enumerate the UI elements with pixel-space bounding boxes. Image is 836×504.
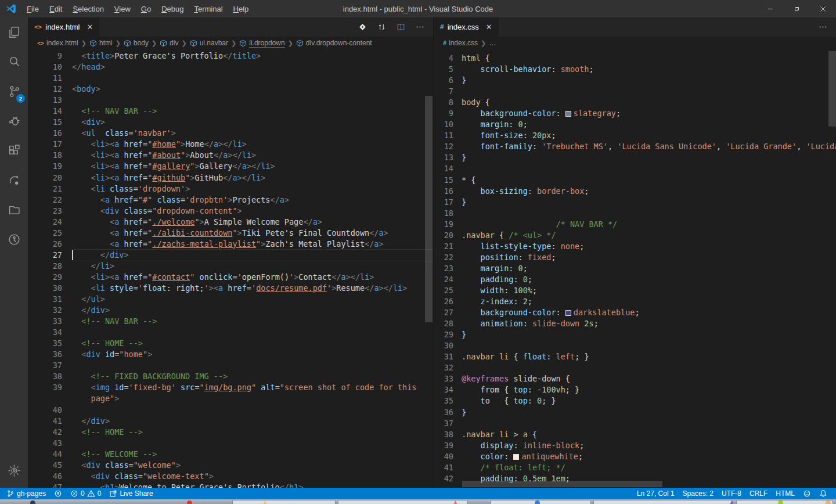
restore-button[interactable] (784, 0, 810, 17)
menu-terminal[interactable]: Terminal (189, 5, 228, 13)
horizontal-scrollbar[interactable] (462, 481, 662, 487)
preview-icon[interactable] (358, 22, 367, 32)
activitybar-settings-gear-icon[interactable] (0, 456, 28, 485)
code-line[interactable]: 44 <!-- WELCOME --> (28, 449, 433, 460)
code-line[interactable]: 33@keyframes slide-down { (434, 373, 836, 384)
code-editor-css[interactable]: 4html {5 scroll-behavior: smooth;6}78bod… (434, 49, 836, 488)
breadcrumb-item-li-dropdown[interactable]: li.dropdown (239, 39, 284, 48)
code-line[interactable]: 33 <!-- NAV BAR --> (28, 316, 433, 327)
taskbar-button[interactable] (593, 500, 733, 504)
taskbar-app-folder[interactable] (826, 501, 831, 504)
code-line[interactable]: 47 <h1>Welcome to Peter Grace's Portfoli… (28, 482, 433, 488)
taskbar-button[interactable] (232, 500, 336, 504)
code-line[interactable]: 30 (434, 340, 836, 351)
notifications[interactable] (815, 488, 831, 499)
vertical-scrollbar[interactable] (425, 96, 433, 322)
activitybar-run-debug-icon[interactable] (0, 106, 28, 136)
code-line[interactable]: 30 <li style='float: right;'><a href='do… (28, 283, 433, 294)
code-line[interactable]: 9 <title>Peter Grace's Portfolio</title> (28, 51, 433, 62)
code-line[interactable]: 25 width: 100%; (434, 285, 836, 296)
code-line[interactable]: 10 margin: 0; (434, 119, 836, 130)
code-line[interactable]: 45 <div class="welcome"> (28, 460, 433, 471)
taskbar-app-blue[interactable] (535, 501, 540, 504)
code-line[interactable]: 24 <a href="./welcome">A Simple Welcome … (28, 217, 433, 228)
code-line[interactable]: 31 </ul> (28, 294, 433, 305)
taskbar-button[interactable] (736, 500, 833, 504)
menu-go[interactable]: Go (136, 5, 156, 13)
code-line[interactable]: 40 (28, 405, 433, 416)
code-line[interactable]: 20 <li><a href="#github">GitHub</a></li> (28, 172, 433, 183)
code-line[interactable]: 43 (28, 438, 433, 449)
menu-debug[interactable]: Debug (156, 5, 189, 13)
code-line[interactable]: 11 (28, 73, 433, 84)
code-line[interactable]: 26 z-index: 2; (434, 296, 836, 307)
windows-taskbar[interactable] (0, 499, 836, 504)
code-line[interactable]: 27 </div> (28, 250, 433, 261)
code-line[interactable]: 35 to { top: 0; } (434, 395, 836, 406)
code-line[interactable]: 6} (434, 75, 836, 86)
menu-view[interactable]: View (109, 5, 136, 13)
close-tab-icon[interactable]: ✕ (87, 23, 93, 31)
code-line[interactable]: 40 color: antiquewhite; (434, 451, 836, 462)
menu-selection[interactable]: Selection (67, 5, 109, 13)
activitybar-git-history-icon[interactable] (0, 225, 28, 254)
taskbar-button[interactable] (338, 500, 468, 504)
code-line[interactable]: 36 <div id="home"> (28, 349, 433, 360)
code-line[interactable]: 11 font-size: 20px; (434, 130, 836, 141)
code-line[interactable]: 34 from { top: -100vh; } (434, 384, 836, 395)
breadcrumb-item-div[interactable]: div (160, 39, 178, 47)
taskbar-button[interactable] (491, 500, 591, 504)
code-line[interactable]: 23 <div class="dropdown-content"> (28, 206, 433, 217)
cursor-position[interactable]: Ln 27, Col 1 (633, 488, 679, 499)
swap-icon[interactable] (377, 22, 387, 32)
problems-status[interactable]: 00 (66, 488, 105, 499)
code-line[interactable]: 15 <div> (28, 117, 433, 128)
code-line[interactable]: 39 display: inline-block; (434, 440, 836, 451)
activitybar-live-share-icon[interactable] (0, 165, 28, 195)
breadcrumb-item--[interactable]: … (489, 39, 496, 47)
code-line[interactable]: 15* { (434, 175, 836, 186)
code-line[interactable]: 9 background-color: slategray; (434, 108, 836, 119)
code-line[interactable]: 29 <li><a href="#contact" onclick='openF… (28, 272, 433, 283)
code-line[interactable]: 28 </li> (28, 261, 433, 272)
code-line[interactable]: 14 <!-- NAV BAR --> (28, 106, 433, 117)
code-line[interactable]: 5 scroll-behavior: smooth; (434, 64, 836, 75)
eol[interactable]: CRLF (745, 488, 772, 499)
activitybar-search-icon[interactable] (0, 47, 28, 77)
code-line[interactable]: 26 <a href="./zachs-metal-playlist">Zach… (28, 239, 433, 250)
code-line[interactable]: 39 <img id='fixed-bg' src="img/bg.png" a… (28, 382, 433, 393)
code-line[interactable]: 17 <li><a href="#home">Home</a></li> (28, 139, 433, 150)
code-line[interactable]: 20.navbar { /* <ul> */ (434, 230, 836, 241)
code-line[interactable]: 29} (434, 329, 836, 340)
code-line[interactable]: 46 <div class="welcome-text"> (28, 471, 433, 482)
breadcrumb-item-html[interactable]: html (89, 39, 113, 47)
language-mode[interactable]: HTML (772, 488, 799, 499)
taskbar-start-orb[interactable] (30, 501, 35, 504)
tab-index-css[interactable]: # index.css ✕ (434, 17, 499, 37)
code-line[interactable]: 38.navbar li > a { (434, 429, 836, 440)
code-line[interactable]: 23 margin: 0; (434, 263, 836, 274)
code-line[interactable]: 22 position: fixed; (434, 252, 836, 263)
code-line[interactable]: 18 (434, 208, 836, 219)
code-line[interactable]: 13} (434, 152, 836, 163)
code-line[interactable]: 19 <li><a href="#gallery">Gallery</a></l… (28, 161, 433, 172)
code-line[interactable]: 41 /* float: left; */ (434, 462, 836, 473)
code-line[interactable]: page"> (28, 393, 433, 404)
activitybar-explorer-icon[interactable] (0, 17, 28, 47)
code-line[interactable]: 42 <!-- HOME --> (28, 427, 433, 438)
tab-index-html[interactable]: <> index.html ✕ (28, 17, 99, 37)
taskbar-app-green[interactable] (778, 501, 783, 504)
breadcrumb-item-div-dropdown-content[interactable]: div.dropdown-content (296, 39, 372, 47)
code-line[interactable]: 32 </div> (28, 305, 433, 316)
activitybar-source-control-icon[interactable]: 2 (0, 77, 28, 106)
code-line[interactable]: 7 (434, 86, 836, 97)
more-icon[interactable] (415, 22, 425, 32)
minimize-button[interactable] (758, 0, 784, 17)
menu-file[interactable]: File (21, 5, 44, 13)
close-tab-icon[interactable]: ✕ (486, 23, 492, 31)
activitybar-project-folder-icon[interactable] (0, 195, 28, 225)
breadcrumb-item-index-css[interactable]: #index.css (443, 39, 478, 47)
encoding[interactable]: UTF-8 (718, 488, 745, 499)
live-share-status[interactable]: Live Share (105, 488, 157, 499)
menu-edit[interactable]: Edit (44, 5, 67, 13)
